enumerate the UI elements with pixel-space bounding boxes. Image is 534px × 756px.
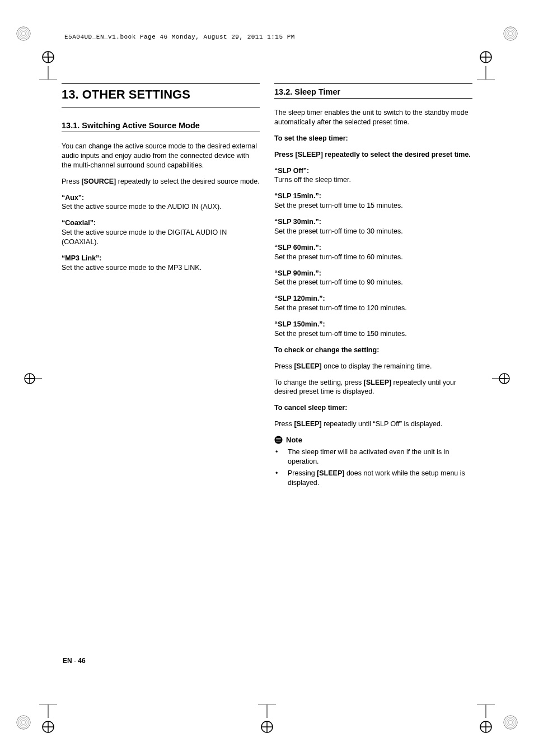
sleep-option: “SLP 30min.”:Set the preset turn-off tim…: [274, 217, 472, 236]
page-content: 13. OTHER SETTINGS 13.1. Switching Activ…: [62, 83, 472, 673]
svg-point-9: [21, 720, 25, 724]
sleep-option: “SLP 120min.”:Set the preset turn-off ti…: [274, 294, 472, 313]
print-header: E5A04UD_EN_v1.book Page 46 Monday, Augus…: [64, 34, 295, 40]
check-press: Press [SLEEP] once to display the remain…: [274, 362, 472, 371]
cancel-heading: To cancel sleep timer:: [274, 403, 472, 413]
svg-rect-37: [276, 440, 280, 440]
chapter-title: 13. OTHER SETTINGS: [62, 87, 260, 102]
registration-mark-icon: [477, 704, 495, 734]
svg-point-14: [507, 718, 514, 726]
svg-point-13: [508, 720, 512, 724]
print-ornament-icon: [503, 715, 518, 730]
left-press-source: Press [SOURCE] repeatedly to select the …: [62, 177, 260, 186]
section-title-right: 13.2. Sleep Timer: [274, 87, 472, 96]
cancel-press: Press [SLEEP] repeatedly until “SLP Off”…: [274, 419, 472, 429]
page-footer: EN - 46: [63, 657, 86, 665]
note-item: •The sleep timer will be activated even …: [275, 447, 472, 466]
registration-mark-icon: [39, 50, 57, 80]
svg-point-2: [20, 30, 27, 37]
svg-rect-38: [276, 441, 280, 441]
svg-point-10: [20, 718, 27, 726]
check-heading: To check or change the setting:: [274, 346, 472, 355]
sleep-option: “SLP 60min.”:Set the preset turn-off tim…: [274, 243, 472, 262]
sleep-option: “SLP 90min.”:Set the preset turn-off tim…: [274, 269, 472, 288]
svg-rect-36: [276, 438, 280, 439]
mp3link-def: Set the active source mode to the MP3 LI…: [62, 263, 260, 273]
svg-point-0: [17, 27, 30, 40]
note-label: Note: [286, 436, 302, 444]
change-press: To change the setting, press [SLEEP] rep…: [274, 378, 472, 397]
svg-point-4: [504, 27, 517, 40]
svg-point-6: [507, 30, 514, 37]
sleep-option: “SLP Off”:Turns off the sleep timer.: [274, 166, 472, 185]
svg-point-5: [508, 31, 512, 35]
coaxial-def: Set the active source mode to the DIGITA…: [62, 228, 260, 247]
registration-mark-icon: [24, 370, 42, 388]
to-set-heading: To set the sleep timer:: [274, 134, 472, 143]
mp3link-term: “MP3 Link”:: [62, 254, 260, 263]
print-ornament-icon: [503, 26, 518, 41]
coaxial-term: “Coaxial”:: [62, 218, 260, 228]
registration-mark-icon: [477, 50, 495, 80]
sleep-option: “SLP 150min.”:Set the preset turn-off ti…: [274, 320, 472, 339]
section-title-left: 13.1. Switching Active Source Mode: [62, 121, 260, 130]
svg-point-12: [504, 716, 517, 729]
print-ornament-icon: [16, 715, 31, 730]
svg-point-1: [21, 31, 25, 35]
note-item: •Pressing [SLEEP] does not work while th…: [275, 469, 472, 488]
right-column: 13.2. Sleep Timer The sleep timer enable…: [274, 83, 472, 490]
sleep-option: “SLP 15min.”:Set the preset turn-off tim…: [274, 192, 472, 211]
right-intro: The sleep timer enables the unit to swit…: [274, 108, 472, 127]
print-ornament-icon: [16, 26, 31, 41]
note-list: •The sleep timer will be activated even …: [274, 447, 472, 488]
registration-mark-icon: [258, 704, 276, 734]
note-header: Note: [274, 436, 472, 444]
aux-term: “Aux”:: [62, 193, 260, 203]
note-icon: [274, 436, 283, 444]
registration-mark-icon: [39, 704, 57, 734]
aux-def: Set the active source mode to the AUDIO …: [62, 202, 260, 212]
left-intro: You can change the active source mode to…: [62, 142, 260, 170]
registration-mark-icon: [492, 370, 510, 388]
svg-point-8: [17, 716, 30, 729]
press-sleep-select: Press [SLEEP] repeatedly to select the d…: [274, 150, 472, 160]
left-column: 13. OTHER SETTINGS 13.1. Switching Activ…: [62, 83, 260, 490]
